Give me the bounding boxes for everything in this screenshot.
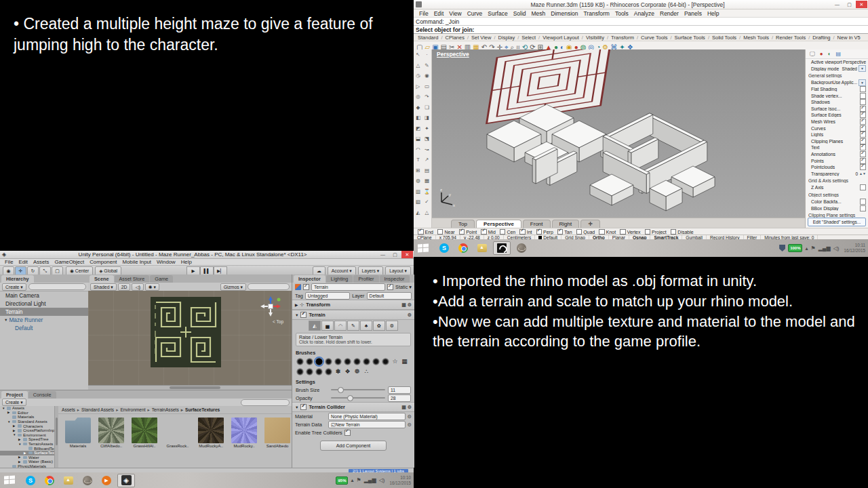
scene-scrollbar[interactable]	[88, 385, 292, 390]
tool-icon[interactable]: T	[414, 155, 422, 165]
tool-icon[interactable]: ◍	[414, 176, 422, 186]
brush-swatch[interactable]	[296, 368, 304, 375]
brush-swatch[interactable]: ∴	[363, 368, 370, 375]
display-setting-row[interactable]: BBox Display▼▲▼	[806, 205, 868, 211]
toolbar-tab[interactable]: Display	[492, 35, 516, 41]
tool-icon[interactable]: △	[422, 207, 431, 218]
brush-swatch[interactable]	[363, 358, 370, 365]
brush-swatch[interactable]: ✽	[334, 368, 342, 375]
folder-tree-item[interactable]: ▶Water	[0, 455, 54, 460]
osnap-toggle[interactable]: Perp	[536, 229, 553, 235]
folder-tree-item[interactable]: ▶Editor	[0, 411, 54, 415]
toolbar-tab[interactable]: Solid Tools	[707, 35, 738, 41]
folder-tree-item[interactable]: ▼Standard Assets	[0, 420, 54, 424]
tool-icon[interactable]: △	[414, 60, 422, 71]
display-setting-row[interactable]: Curves▼▲▼	[806, 125, 868, 131]
checkbox[interactable]	[557, 229, 564, 235]
tool-icon[interactable]: ⬓	[414, 134, 422, 144]
folder-tree-item[interactable]: ▼Environment	[0, 433, 54, 438]
render-panel-icon[interactable]: ◐	[828, 51, 831, 57]
gear-icon[interactable]: ⚙	[408, 312, 412, 318]
folder-tree-item[interactable]: ▶CrossPlatformInput	[0, 428, 54, 433]
flag-icon[interactable]: ⚑	[357, 477, 361, 483]
gear-icon[interactable]: ▦ ⚙	[401, 302, 412, 308]
osnap-toggle[interactable]: Disable	[671, 229, 694, 235]
layer-dropdown[interactable]: Default	[367, 292, 412, 300]
asset-item[interactable]: CliffAlbedo..	[97, 418, 125, 448]
terrain-component-header[interactable]: ▼ Terrain ⚙	[292, 310, 414, 320]
menu-item[interactable]: Render	[657, 10, 682, 17]
menu-item[interactable]: Dimension	[548, 10, 580, 17]
inspector-tab[interactable]: Inspector	[294, 275, 326, 283]
volume-icon[interactable]: ◁)	[833, 245, 840, 251]
breadcrumb-item[interactable]: SurfaceTextures	[179, 407, 220, 413]
tool-icon[interactable]: ✎	[422, 60, 431, 71]
object-picker-icon[interactable]: ⊙	[408, 422, 412, 428]
asset-item[interactable]: GrassRock..	[163, 418, 192, 448]
folder-tree-item[interactable]: BillboardTextures	[0, 446, 54, 451]
checkbox[interactable]	[481, 229, 487, 235]
osnap-toggle[interactable]: Quad	[576, 229, 595, 235]
toolbar-tab[interactable]: Curve Tools	[635, 35, 669, 41]
fold-arrow-icon[interactable]: ▼	[295, 405, 298, 409]
tool-icon[interactable]: ◩	[414, 123, 422, 134]
brush-swatch[interactable]	[344, 358, 351, 365]
help-panel-icon[interactable]: ▤	[835, 51, 841, 57]
folder-tree-item[interactable]: ▼Assets	[0, 406, 54, 411]
brush-swatch[interactable]	[296, 358, 304, 365]
brush-swatch[interactable]	[382, 358, 389, 365]
toolbar-tab[interactable]: Viewport Layout	[537, 35, 580, 41]
display-setting-row[interactable]: Pointclouds▼▲▼	[806, 164, 868, 171]
volume-icon[interactable]: ◁)	[379, 477, 385, 483]
display-setting-row[interactable]: General settings▼▲▼	[806, 72, 868, 79]
checkbox[interactable]	[645, 229, 651, 235]
scene-search-input[interactable]	[248, 283, 290, 290]
breadcrumb-item[interactable]: Environment	[114, 407, 145, 413]
display-setting-row[interactable]: Z Axis▼▲▼	[806, 184, 868, 191]
folder-tree-item[interactable]: ▶SpeedTree	[0, 437, 54, 442]
menu-item[interactable]: Panels	[682, 10, 705, 17]
folder-tree-item[interactable]: ▶Characters	[0, 424, 54, 428]
static-label[interactable]: Static ▾	[395, 284, 412, 290]
tool-icon[interactable]: ◆	[414, 102, 422, 113]
osnap-toggle[interactable]: Project	[645, 229, 667, 235]
osnap-toggle[interactable]: Knot	[599, 229, 616, 235]
skype-icon[interactable]: S	[22, 474, 39, 487]
tool-icon[interactable]: ◧	[414, 113, 422, 123]
media-player-icon[interactable]: ▶	[98, 474, 115, 487]
tool-icon[interactable]: ⌛	[422, 186, 431, 197]
fold-arrow-icon[interactable]: ▼	[295, 313, 298, 317]
hierarchy-item[interactable]: Default	[0, 324, 88, 332]
brush-swatch[interactable]	[334, 358, 342, 365]
network-icon[interactable]: ▂▄▆	[818, 245, 831, 251]
checkbox[interactable]	[860, 86, 866, 92]
toolbar-tab[interactable]: Transform	[606, 35, 635, 41]
toolbar-tab[interactable]: Standard	[416, 35, 439, 41]
menu-item[interactable]: Analyze	[631, 10, 657, 17]
osnap-toggle[interactable]: Point	[459, 229, 477, 235]
breadcrumb-item[interactable]: Standard Assets	[75, 407, 114, 413]
gameobject-name-field[interactable]: Terrain	[311, 283, 385, 291]
photos-icon[interactable]	[60, 474, 77, 487]
hierarchy-item[interactable]: Main Camera	[0, 291, 88, 300]
checkbox[interactable]	[860, 184, 866, 190]
breadcrumb-item[interactable]: TerrainAssets	[145, 407, 178, 413]
unity-taskbar-icon[interactable]: ◈	[117, 474, 135, 487]
display-setting-row[interactable]: Flat Shading▼▲▼	[806, 86, 868, 93]
close-icon[interactable]: ✕	[401, 251, 413, 258]
scene-canvas[interactable]: < Top	[88, 291, 292, 386]
display-setting-row[interactable]: Text▼▲▼	[806, 144, 868, 151]
brush-swatch[interactable]	[306, 358, 313, 365]
viewport-tab[interactable]: Front	[523, 220, 551, 228]
display-setting-row[interactable]: Transparency0▼▲▼	[806, 171, 868, 178]
osnap-toggle[interactable]: Cen	[500, 229, 515, 235]
brush-swatch[interactable]	[315, 358, 323, 365]
skype-icon[interactable]: S	[436, 242, 452, 254]
tool-icon[interactable]: ↷	[422, 92, 431, 102]
opacity-value[interactable]: 28	[388, 394, 411, 402]
tool-icon[interactable]: ⊞	[414, 165, 422, 176]
brush-swatch[interactable]	[353, 358, 361, 365]
toolbar-tab[interactable]: CPlanes	[439, 35, 465, 41]
scene-tab[interactable]: Asset Store	[115, 275, 150, 283]
toolbar-tab[interactable]: New in V5	[832, 35, 862, 41]
